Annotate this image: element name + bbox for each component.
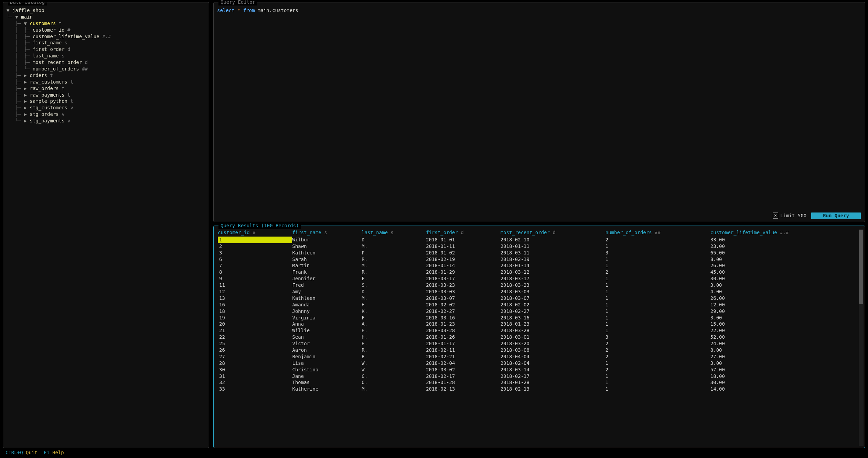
table-row[interactable]: 27BenjaminB.2018-02-212018-04-04227.00 <box>218 353 856 360</box>
tree-database[interactable]: ▼ jaffle_shop <box>7 7 205 14</box>
table-row[interactable]: 25VictorH.2018-01-172018-03-20224.00 <box>218 340 856 347</box>
results-table[interactable]: customer_id #first_name slast_name sfirs… <box>218 229 856 392</box>
scrollbar-thumb[interactable] <box>859 230 863 304</box>
col-header-last_name[interactable]: last_name s <box>362 229 426 237</box>
tree-table-sample_python[interactable]: ├─ ▶ sample_python t <box>7 98 205 105</box>
tree-column-last_name[interactable]: │ ├─ last_name s <box>7 53 205 59</box>
data-catalog-title: Data Catalog <box>8 2 47 6</box>
table-row[interactable]: 6SarahR.2018-02-192018-02-1918.00 <box>218 256 856 263</box>
table-row[interactable]: 18JohnnyK.2018-02-272018-02-27129.00 <box>218 308 856 315</box>
tree-table-orders[interactable]: ├─ ▶ orders t <box>7 72 205 79</box>
col-header-customer_id[interactable]: customer_id # <box>218 229 292 237</box>
query-results-title: Query Results (100 Records) <box>218 222 301 229</box>
table-row[interactable]: 20AnnaA.2018-01-232018-01-23115.00 <box>218 321 856 327</box>
query-editor-input[interactable]: select * from main.customers <box>217 6 861 212</box>
col-header-number_of_orders[interactable]: number_of_orders ## <box>606 229 710 237</box>
table-row[interactable]: 19VirginiaF.2018-03-162018-03-1613.00 <box>218 315 856 321</box>
table-row[interactable]: 16AmandaH.2018-02-022018-02-02112.00 <box>218 302 856 308</box>
tree-table-customers[interactable]: ├─ ▼ customers t <box>7 20 205 27</box>
table-row[interactable]: 2ShawnM.2018-01-112018-01-11123.00 <box>218 243 856 250</box>
tree-column-first_order[interactable]: │ ├─ first_order d <box>7 46 205 53</box>
table-row[interactable]: 28LisaW.2018-02-042018-02-0413.00 <box>218 360 856 367</box>
status-bar: CTRL+Q QuitF1 Help <box>3 448 865 458</box>
query-editor-title: Query Editor <box>218 0 257 6</box>
tree-table-stg_orders[interactable]: ├─ ▶ stg_orders v <box>7 111 205 118</box>
table-row[interactable]: 12AmyD.2018-03-032018-03-0314.00 <box>218 288 856 295</box>
tree-table-raw_customers[interactable]: ├─ ▶ raw_customers t <box>7 79 205 85</box>
query-editor-panel: Query Editor select * from main.customer… <box>213 2 865 222</box>
limit-label: Limit 500 <box>780 213 806 218</box>
table-row[interactable]: 13KathleenM.2018-03-072018-03-07126.00 <box>218 295 856 302</box>
tree-schema[interactable]: └─ ▼ main <box>7 14 205 20</box>
tree-table-stg_customers[interactable]: ├─ ▶ stg_customers v <box>7 105 205 111</box>
footer-key: F1 <box>44 450 50 455</box>
col-header-customer_lifetime_value[interactable]: customer_lifetime_value #.# <box>710 229 856 237</box>
tree-table-raw_orders[interactable]: ├─ ▶ raw_orders t <box>7 85 205 92</box>
tree-table-raw_payments[interactable]: ├─ ▶ raw_payments t <box>7 92 205 98</box>
tree-column-number_of_orders[interactable]: │ └─ number_of_orders ## <box>7 66 205 72</box>
data-catalog-panel: Data Catalog ▼ jaffle_shop└─ ▼ main ├─ ▼… <box>3 2 209 448</box>
table-row[interactable]: 31JaneG.2018-02-172018-02-17118.00 <box>218 373 856 380</box>
table-row[interactable]: 8FrankR.2018-01-292018-03-12245.00 <box>218 269 856 275</box>
table-row[interactable]: 22SeanH.2018-01-262018-03-01352.00 <box>218 334 856 340</box>
table-row[interactable]: 32ThomasO.2018-01-282018-01-28130.00 <box>218 379 856 386</box>
query-results-panel: Query Results (100 Records) customer_id … <box>213 226 865 448</box>
table-row[interactable]: 30ChristinaW.2018-03-022018-03-14257.00 <box>218 367 856 373</box>
footer-key: CTRL+Q <box>6 450 23 455</box>
table-row[interactable]: 1WilburD.2018-01-012018-02-10233.00 <box>218 237 856 243</box>
footer-label: Help <box>52 450 64 455</box>
tree-column-most_recent_order[interactable]: │ ├─ most_recent_order d <box>7 59 205 66</box>
table-row[interactable]: 7MartinM.2018-01-142018-01-14126.00 <box>218 262 856 269</box>
table-row[interactable]: 11FredS.2018-03-232018-03-2313.00 <box>218 282 856 288</box>
tree-table-stg_payments[interactable]: └─ ▶ stg_payments v <box>7 118 205 124</box>
footer-label: Quit <box>26 450 37 455</box>
table-row[interactable]: 9JenniferF.2018-03-172018-03-17130.00 <box>218 275 856 282</box>
limit-toggle[interactable]: XLimit 500 <box>773 212 806 219</box>
col-header-first_order[interactable]: first_order d <box>426 229 500 237</box>
run-query-button[interactable]: Run Query <box>811 212 861 219</box>
table-row[interactable]: 3KathleenP.2018-01-022018-03-11365.00 <box>218 250 856 256</box>
col-header-first_name[interactable]: first_name s <box>292 229 362 237</box>
table-row[interactable]: 21WillieH.2018-03-282018-03-28122.00 <box>218 327 856 334</box>
tree-column-first_name[interactable]: │ ├─ first_name s <box>7 40 205 46</box>
limit-checkbox-icon: X <box>773 212 778 219</box>
col-header-most_recent_order[interactable]: most_recent_order d <box>501 229 606 237</box>
tree-column-customer_lifetime_value[interactable]: │ ├─ customer_lifetime_value #.# <box>7 33 205 40</box>
catalog-tree[interactable]: ▼ jaffle_shop└─ ▼ main ├─ ▼ customers t … <box>7 6 205 124</box>
table-row[interactable]: 26AaronR.2018-02-112018-03-0828.00 <box>218 347 856 353</box>
table-row[interactable]: 33KatherineM.2018-02-132018-02-13114.00 <box>218 386 856 392</box>
tree-column-customer_id[interactable]: │ ├─ customer_id # <box>7 27 205 33</box>
results-scrollbar[interactable] <box>859 229 864 446</box>
